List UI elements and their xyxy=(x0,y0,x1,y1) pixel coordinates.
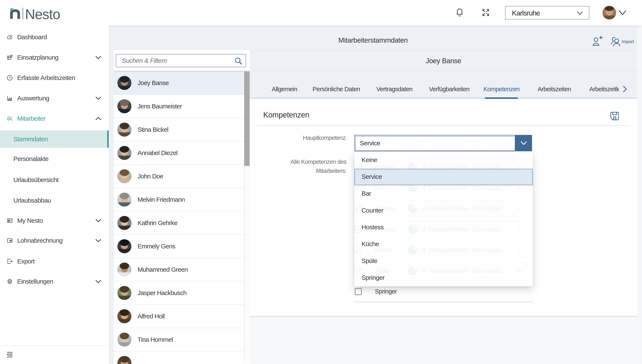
svg-text:Nesto: Nesto xyxy=(25,6,60,21)
